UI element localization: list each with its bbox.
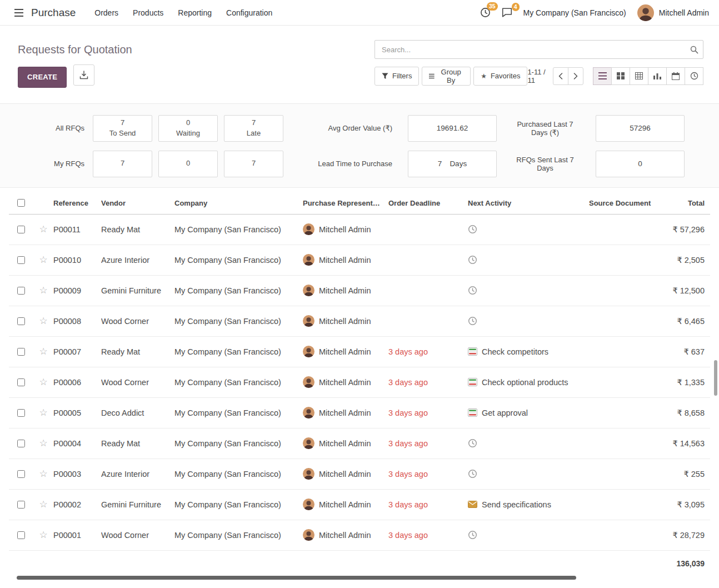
- apps-menu-icon[interactable]: [14, 9, 23, 17]
- my-late-button[interactable]: 7: [224, 151, 283, 177]
- next-activity[interactable]: [468, 316, 589, 326]
- menu-item-configuration[interactable]: Configuration: [226, 8, 272, 17]
- next-activity[interactable]: Send specifications: [468, 500, 589, 509]
- table-row[interactable]: ☆ P00002 Gemini Furniture My Company (Sa…: [9, 490, 710, 520]
- column-header-next-activity[interactable]: Next Activity: [468, 199, 589, 207]
- my-waiting-button[interactable]: 0: [158, 151, 218, 177]
- activities-systray-button[interactable]: 35: [480, 7, 491, 18]
- table-row[interactable]: ☆ P00005 Deco Addict My Company (San Fra…: [9, 398, 710, 428]
- column-header-reference[interactable]: Reference: [53, 199, 101, 207]
- company-switcher[interactable]: My Company (San Francisco): [523, 8, 626, 17]
- row-checkbox[interactable]: [17, 378, 25, 386]
- pager-previous-button[interactable]: [553, 67, 568, 85]
- table-row[interactable]: ☆ P00006 Wood Corner My Company (San Fra…: [9, 367, 710, 398]
- next-activity[interactable]: Check competitors: [468, 347, 589, 356]
- column-header-purchase-representative[interactable]: Purchase Representative: [303, 199, 388, 207]
- create-button[interactable]: CREATE: [18, 67, 67, 88]
- search-input[interactable]: [375, 40, 703, 59]
- next-activity[interactable]: Check optional products: [468, 378, 589, 387]
- favorite-star-icon[interactable]: ☆: [39, 469, 47, 479]
- menu-item-products[interactable]: Products: [133, 8, 163, 17]
- user-menu[interactable]: Mitchell Admin: [637, 4, 709, 21]
- search-icon[interactable]: [690, 44, 698, 54]
- favorites-button[interactable]: ★ Favorites: [473, 67, 527, 86]
- table-row[interactable]: ☆ P00010 Azure Interior My Company (San …: [9, 245, 710, 276]
- table-row[interactable]: ☆ P00011 Ready Mat My Company (San Franc…: [9, 215, 710, 245]
- row-checkbox[interactable]: [17, 440, 25, 447]
- table-row[interactable]: ☆ P00004 Ready Mat My Company (San Franc…: [9, 428, 710, 459]
- favorite-star-icon[interactable]: ☆: [39, 408, 47, 417]
- export-button[interactable]: [73, 64, 94, 86]
- view-switch-graph-button[interactable]: [648, 67, 667, 85]
- horizontal-scrollbar[interactable]: [17, 576, 576, 580]
- column-header-vendor[interactable]: Vendor: [101, 199, 174, 207]
- purchase-representative: Mitchell Admin: [303, 315, 388, 327]
- menu-item-orders[interactable]: Orders: [94, 8, 118, 17]
- row-checkbox[interactable]: [17, 226, 25, 233]
- pager-next-button[interactable]: [568, 67, 583, 85]
- clock-icon: [468, 286, 477, 295]
- favorite-star-icon[interactable]: ☆: [39, 377, 47, 387]
- next-activity[interactable]: [468, 530, 589, 540]
- column-header-company[interactable]: Company: [174, 199, 303, 207]
- menu-item-reporting[interactable]: Reporting: [178, 8, 212, 17]
- next-activity[interactable]: Get approval: [468, 408, 589, 417]
- select-all-checkbox[interactable]: [17, 199, 25, 207]
- app-name[interactable]: Purchase: [31, 7, 76, 19]
- favorite-star-icon[interactable]: ☆: [39, 347, 47, 356]
- group-by-button[interactable]: Group By: [422, 67, 471, 86]
- table-row[interactable]: ☆ P00003 Azure Interior My Company (San …: [9, 459, 710, 490]
- favorite-star-icon[interactable]: ☆: [39, 255, 47, 265]
- all-late-button[interactable]: 7 Late: [224, 115, 283, 142]
- purchase-representative: Mitchell Admin: [303, 223, 388, 235]
- column-header-order-deadline[interactable]: Order Deadline: [388, 199, 468, 207]
- table-row[interactable]: ☆ P00001 Wood Corner My Company (San Fra…: [9, 520, 710, 551]
- row-checkbox[interactable]: [17, 256, 25, 264]
- favorite-star-icon[interactable]: ☆: [39, 438, 47, 448]
- company: My Company (San Francisco): [174, 439, 303, 448]
- total: ₹ 2,505: [661, 256, 710, 265]
- favorite-star-icon[interactable]: ☆: [39, 286, 47, 295]
- column-header-total[interactable]: Total: [661, 199, 710, 207]
- favorite-star-icon[interactable]: ☆: [39, 500, 47, 509]
- view-switch-activity-button[interactable]: [685, 67, 703, 85]
- all-waiting-button[interactable]: 0 Waiting: [158, 115, 218, 142]
- next-activity[interactable]: [468, 286, 589, 295]
- view-switch-calendar-button[interactable]: [666, 67, 685, 85]
- representative-name: Mitchell Admin: [319, 225, 371, 234]
- filters-button[interactable]: Filters: [375, 67, 419, 86]
- row-checkbox[interactable]: [17, 531, 25, 539]
- row-checkbox[interactable]: [17, 501, 25, 509]
- messages-systray-button[interactable]: 4: [502, 8, 512, 17]
- next-activity[interactable]: [468, 469, 589, 479]
- view-switch-pivot-button[interactable]: [630, 67, 648, 85]
- next-activity[interactable]: [468, 255, 589, 265]
- favorite-star-icon[interactable]: ☆: [39, 530, 47, 540]
- row-checkbox[interactable]: [17, 348, 25, 356]
- view-switch-list-button[interactable]: [593, 67, 612, 85]
- avatar: [303, 223, 314, 235]
- table-row[interactable]: ☆ P00009 Gemini Furniture My Company (Sa…: [9, 276, 710, 306]
- my-to-send-button[interactable]: 7: [93, 151, 152, 177]
- reference: P00009: [53, 286, 101, 295]
- vendor: Wood Corner: [101, 531, 174, 540]
- row-checkbox[interactable]: [17, 409, 25, 417]
- representative-name: Mitchell Admin: [319, 256, 371, 265]
- avatar: [303, 499, 314, 510]
- table-row[interactable]: ☆ P00007 Ready Mat My Company (San Franc…: [9, 337, 710, 367]
- representative-name: Mitchell Admin: [319, 408, 371, 417]
- next-activity[interactable]: [468, 225, 589, 234]
- favorite-star-icon[interactable]: ☆: [39, 225, 47, 234]
- all-to-send-button[interactable]: 7 To Send: [93, 115, 152, 142]
- column-header-source-document[interactable]: Source Document: [589, 199, 661, 207]
- favorite-star-icon[interactable]: ☆: [39, 316, 47, 326]
- pager-value[interactable]: 1-11 / 11: [527, 68, 548, 84]
- row-checkbox[interactable]: [17, 470, 25, 478]
- next-activity[interactable]: [468, 438, 589, 448]
- view-switch-kanban-button[interactable]: [611, 67, 630, 85]
- row-checkbox[interactable]: [17, 287, 25, 295]
- order-deadline: 3 days ago: [388, 470, 468, 479]
- vertical-scrollbar[interactable]: [714, 360, 717, 396]
- row-checkbox[interactable]: [17, 317, 25, 325]
- table-row[interactable]: ☆ P00008 Wood Corner My Company (San Fra…: [9, 306, 710, 337]
